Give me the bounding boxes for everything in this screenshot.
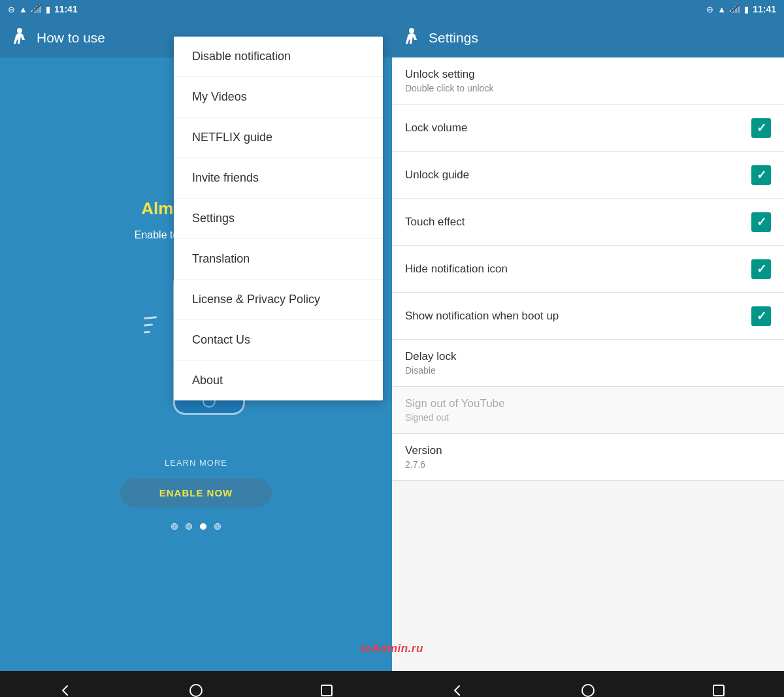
svg-point-10 bbox=[17, 28, 22, 33]
watermark: toAdmin.ru bbox=[361, 642, 423, 655]
right-header-title: Settings bbox=[429, 30, 478, 46]
dropdown-menu: Disable notification My Videos NETFLIX g… bbox=[174, 37, 383, 400]
right-panel: Settings Unlock setting Double click to … bbox=[392, 18, 784, 671]
dropdown-item-disable-notification[interactable]: Disable notification bbox=[174, 37, 383, 77]
setting-item-delay-lock[interactable]: Delay lock Disable bbox=[392, 340, 784, 387]
svg-point-14 bbox=[582, 685, 594, 696]
time-left: 11:41 bbox=[54, 4, 78, 14]
recent-button-right[interactable] bbox=[699, 671, 738, 697]
minus-icon-right: ⊖ bbox=[706, 5, 713, 14]
show-notification-boot-text: Show notification when boot up bbox=[405, 310, 559, 323]
status-bar: ⊖ ▲ ▮ 11:41 ⊖ ▲ ▮ 11:41 bbox=[0, 0, 784, 18]
delay-lock-text: Delay lock Disable bbox=[405, 350, 456, 376]
dropdown-item-license[interactable]: License & Privacy Policy bbox=[174, 280, 383, 320]
left-header-person-icon bbox=[10, 27, 29, 49]
svg-rect-13 bbox=[321, 685, 332, 696]
setting-item-sign-out-youtube: Sign out of YouTube Signed out bbox=[392, 387, 784, 434]
dropdown-item-contact-us[interactable]: Contact Us bbox=[174, 320, 383, 361]
dot-1 bbox=[171, 523, 178, 530]
version-text: Version 2.7.6 bbox=[405, 444, 442, 470]
setting-item-hide-notification[interactable]: Hide notification icon bbox=[392, 246, 784, 293]
setting-item-touch-effect[interactable]: Touch effect bbox=[392, 199, 784, 246]
sign-out-youtube-text: Sign out of YouTube Signed out bbox=[405, 397, 505, 423]
show-notification-boot-title: Show notification when boot up bbox=[405, 310, 559, 323]
right-header-person-icon bbox=[402, 27, 421, 49]
delay-lock-title: Delay lock bbox=[405, 350, 456, 363]
lock-volume-title: Lock volume bbox=[405, 122, 467, 135]
right-header: Settings bbox=[392, 18, 784, 57]
version-title: Version bbox=[405, 444, 442, 457]
setting-item-version: Version 2.7.6 bbox=[392, 434, 784, 481]
dropdown-item-my-videos[interactable]: My Videos bbox=[174, 77, 383, 118]
dot-4 bbox=[214, 523, 221, 530]
settings-list: Unlock setting Double click to unlock Lo… bbox=[392, 57, 784, 671]
main-container: How to use Almost there! Enable to lock … bbox=[0, 18, 784, 671]
hide-notification-text: Hide notification icon bbox=[405, 263, 508, 276]
lock-volume-text: Lock volume bbox=[405, 122, 467, 135]
touch-effect-checkbox[interactable] bbox=[751, 212, 771, 232]
home-button-left[interactable] bbox=[176, 671, 216, 697]
signal-icon-left bbox=[31, 4, 42, 15]
unlock-guide-text: Unlock guide bbox=[405, 169, 469, 182]
setting-item-lock-volume[interactable]: Lock volume bbox=[392, 105, 784, 152]
unlock-setting-title: Unlock setting bbox=[405, 68, 493, 81]
bottom-nav bbox=[0, 671, 784, 697]
lock-volume-checkbox[interactable] bbox=[751, 118, 771, 138]
svg-point-12 bbox=[190, 685, 202, 696]
svg-point-11 bbox=[409, 28, 414, 33]
dropdown-item-about[interactable]: About bbox=[174, 361, 383, 400]
dot-2 bbox=[186, 523, 192, 530]
version-number: 2.7.6 bbox=[405, 459, 442, 470]
home-button-right[interactable] bbox=[568, 671, 608, 697]
wifi-icon-left: ▲ bbox=[19, 5, 27, 14]
dot-3 bbox=[200, 523, 206, 530]
dropdown-item-settings[interactable]: Settings bbox=[174, 199, 383, 239]
nav-section-right bbox=[392, 671, 784, 697]
back-button-right[interactable] bbox=[438, 671, 477, 697]
sign-out-youtube-subtitle: Signed out bbox=[405, 412, 505, 423]
left-header-title: How to use bbox=[37, 30, 105, 46]
dots-indicator bbox=[171, 523, 221, 530]
enable-now-button[interactable]: ENABLE NOW bbox=[120, 478, 272, 508]
wifi-icon-right: ▲ bbox=[717, 5, 726, 14]
back-button-left[interactable] bbox=[46, 671, 85, 697]
unlock-guide-title: Unlock guide bbox=[405, 169, 469, 182]
show-notification-boot-checkbox[interactable] bbox=[751, 306, 771, 326]
setting-item-unlock-setting[interactable]: Unlock setting Double click to unlock bbox=[392, 57, 784, 105]
setting-item-unlock-guide[interactable]: Unlock guide bbox=[392, 152, 784, 199]
touch-effect-text: Touch effect bbox=[405, 216, 465, 229]
dropdown-item-invite-friends[interactable]: Invite friends bbox=[174, 158, 383, 199]
touch-effect-title: Touch effect bbox=[405, 216, 465, 229]
sign-out-youtube-title: Sign out of YouTube bbox=[405, 397, 505, 410]
learn-more-text: LEARN MORE bbox=[165, 458, 227, 468]
nav-section-left bbox=[0, 671, 392, 697]
dropdown-item-netflix-guide[interactable]: NETFLIX guide bbox=[174, 118, 383, 158]
unlock-guide-checkbox[interactable] bbox=[751, 165, 771, 185]
status-bar-left: ⊖ ▲ ▮ 11:41 bbox=[8, 4, 78, 15]
status-bar-right: ⊖ ▲ ▮ 11:41 bbox=[706, 4, 776, 15]
dropdown-item-translation[interactable]: Translation bbox=[174, 239, 383, 280]
recent-button-left[interactable] bbox=[307, 671, 346, 697]
hide-notification-checkbox[interactable] bbox=[751, 259, 771, 279]
setting-item-show-notification-boot[interactable]: Show notification when boot up bbox=[392, 293, 784, 340]
unlock-setting-text: Unlock setting Double click to unlock bbox=[405, 68, 493, 93]
unlock-setting-subtitle: Double click to unlock bbox=[405, 83, 493, 93]
hide-notification-title: Hide notification icon bbox=[405, 263, 508, 276]
battery-icon-right: ▮ bbox=[744, 5, 749, 14]
delay-lock-subtitle: Disable bbox=[405, 365, 456, 376]
svg-rect-15 bbox=[713, 685, 724, 696]
battery-icon-left: ▮ bbox=[46, 5, 50, 14]
minus-icon-left: ⊖ bbox=[8, 5, 15, 14]
signal-icon-right bbox=[730, 4, 740, 15]
time-right: 11:41 bbox=[753, 4, 776, 14]
